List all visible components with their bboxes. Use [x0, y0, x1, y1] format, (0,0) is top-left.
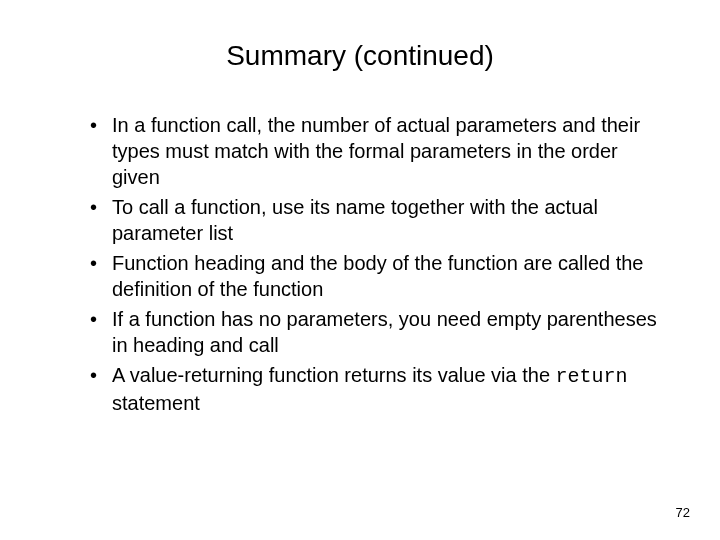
- bullet-list: In a function call, the number of actual…: [60, 112, 660, 416]
- bullet-text-prefix: A value-returning function returns its v…: [112, 364, 556, 386]
- list-item: In a function call, the number of actual…: [90, 112, 660, 190]
- page-title: Summary (continued): [60, 40, 660, 72]
- page-number: 72: [676, 505, 690, 520]
- code-keyword: return: [556, 365, 628, 388]
- bullet-text-suffix: statement: [112, 392, 200, 414]
- list-item: To call a function, use its name togethe…: [90, 194, 660, 246]
- list-item: If a function has no parameters, you nee…: [90, 306, 660, 358]
- list-item: Function heading and the body of the fun…: [90, 250, 660, 302]
- list-item: A value-returning function returns its v…: [90, 362, 660, 416]
